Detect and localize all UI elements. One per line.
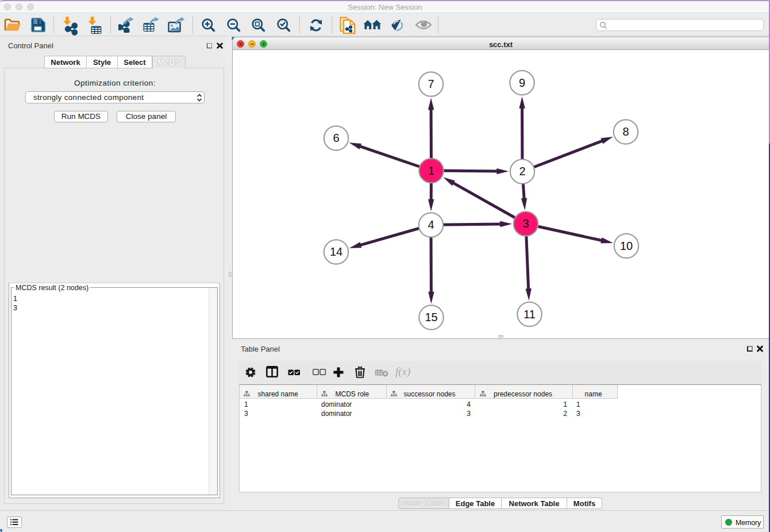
svg-text:10: 10 bbox=[620, 240, 633, 252]
svg-text:14: 14 bbox=[330, 245, 342, 258]
svg-text:4: 4 bbox=[428, 218, 434, 231]
svg-text:1: 1 bbox=[428, 164, 434, 177]
svg-text:2: 2 bbox=[519, 165, 525, 178]
svg-text:9: 9 bbox=[519, 76, 525, 89]
svg-text:8: 8 bbox=[622, 125, 629, 138]
svg-text:6: 6 bbox=[333, 132, 339, 144]
svg-text:11: 11 bbox=[523, 308, 536, 321]
svg-text:7: 7 bbox=[428, 78, 434, 90]
svg-text:15: 15 bbox=[425, 311, 437, 323]
svg-text:3: 3 bbox=[522, 217, 529, 230]
